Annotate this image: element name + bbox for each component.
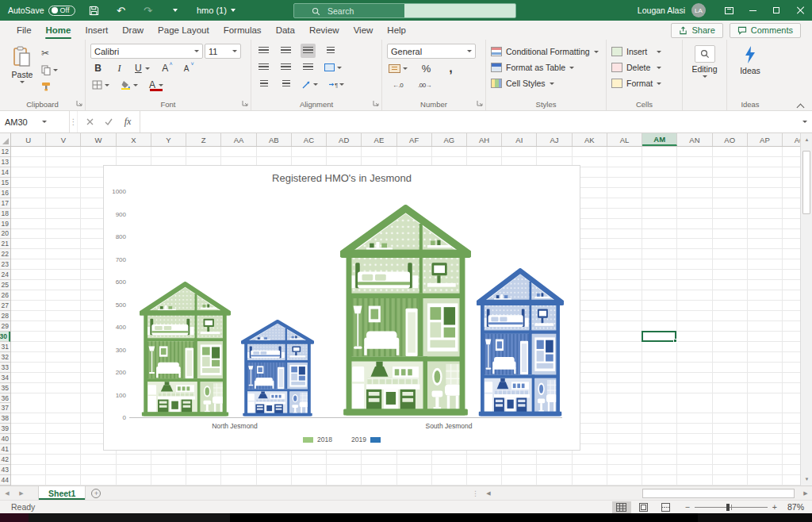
decrease-decimal-button[interactable]: .00→ xyxy=(416,78,433,92)
row-header-40[interactable]: 40 xyxy=(0,434,10,444)
row-header-12[interactable]: 12 xyxy=(0,147,10,157)
column-header-AH[interactable]: AH xyxy=(467,133,502,146)
chart-legend[interactable]: 20182019 xyxy=(104,436,580,443)
font-color-button[interactable]: A xyxy=(147,78,165,92)
tab-review[interactable]: Review xyxy=(302,21,347,40)
expand-formula-bar-button[interactable] xyxy=(798,111,812,132)
row-header-21[interactable]: 21 xyxy=(0,239,10,249)
share-button[interactable]: Share xyxy=(671,23,722,38)
tab-insert[interactable]: Insert xyxy=(78,21,115,40)
row-header-25[interactable]: 25 xyxy=(0,280,10,290)
wrap-text-button[interactable] xyxy=(323,44,338,58)
zoom-slider[interactable] xyxy=(695,503,768,512)
tab-help[interactable]: Help xyxy=(380,21,413,40)
row-header-41[interactable]: 41 xyxy=(0,444,10,455)
slider-thumb[interactable] xyxy=(726,504,730,511)
row-header-29[interactable]: 29 xyxy=(0,321,10,332)
row-header-31[interactable]: 31 xyxy=(0,342,10,352)
undo-button[interactable]: ↶ xyxy=(113,3,129,17)
row-header-27[interactable]: 27 xyxy=(0,301,10,311)
clipboard-dialog-launcher[interactable] xyxy=(76,98,82,108)
zoom-in-button[interactable]: + xyxy=(772,502,777,512)
column-header-V[interactable]: V xyxy=(46,133,81,146)
conditional-formatting-button[interactable]: Conditional Formatting xyxy=(491,45,599,58)
row-header-43[interactable]: 43 xyxy=(0,465,10,475)
format-cells-button[interactable]: Format xyxy=(611,77,661,90)
new-sheet-button[interactable]: + xyxy=(86,489,106,498)
row-header-33[interactable]: 33 xyxy=(0,363,10,373)
column-header-AI[interactable]: AI xyxy=(502,133,537,146)
column-header-AF[interactable]: AF xyxy=(397,133,432,146)
middle-align-button[interactable] xyxy=(278,44,293,58)
row-header-17[interactable]: 17 xyxy=(0,198,10,209)
row-header-37[interactable]: 37 xyxy=(0,404,10,414)
avatar[interactable]: LA xyxy=(691,3,706,17)
row-header-15[interactable]: 15 xyxy=(0,178,10,188)
selected-cell[interactable] xyxy=(642,331,676,342)
prev-sheet-button[interactable]: ◀ xyxy=(0,490,14,497)
column-header-AQ[interactable]: AQ xyxy=(783,133,800,146)
row-header-36[interactable]: 36 xyxy=(0,393,10,404)
autosave-toggle[interactable]: AutoSave Off xyxy=(8,6,75,16)
format-painter-button[interactable] xyxy=(41,80,58,93)
horizontal-scrollbar[interactable] xyxy=(495,489,799,498)
house-pictogram-2018-north-jesmond[interactable] xyxy=(140,282,231,417)
tab-view[interactable]: View xyxy=(347,21,381,40)
scroll-left-button[interactable]: ◀ xyxy=(482,490,495,497)
row-header-14[interactable]: 14 xyxy=(0,167,10,178)
align-right-button[interactable] xyxy=(301,60,316,75)
column-header-AG[interactable]: AG xyxy=(432,133,467,146)
row-header-16[interactable]: 16 xyxy=(0,188,10,198)
zoom-out-button[interactable]: − xyxy=(685,502,690,512)
fill-color-button[interactable] xyxy=(119,78,140,92)
scroll-up-button[interactable]: ▲ xyxy=(801,133,812,146)
insert-cells-button[interactable]: Insert xyxy=(611,45,661,58)
borders-button[interactable] xyxy=(90,78,111,92)
row-header-30[interactable]: 30 xyxy=(0,332,10,342)
scroll-down-button[interactable]: ▼ xyxy=(801,473,812,486)
embedded-chart[interactable]: Registered HMO's in Jesmond0100200300400… xyxy=(103,165,580,451)
italic-button[interactable]: I xyxy=(112,61,127,75)
font-size-select[interactable]: 11 xyxy=(205,44,241,59)
collapse-ribbon-button[interactable] xyxy=(798,102,804,106)
row-header-23[interactable]: 23 xyxy=(0,259,10,270)
bold-button[interactable]: B xyxy=(90,61,105,75)
row-header-22[interactable]: 22 xyxy=(0,249,10,259)
tab-home[interactable]: Home xyxy=(39,21,79,40)
row-header-44[interactable]: 44 xyxy=(0,475,10,486)
comments-button[interactable]: Comments xyxy=(730,23,801,38)
editing-button[interactable]: Editing xyxy=(688,44,722,98)
fill-handle[interactable] xyxy=(673,339,677,343)
column-header-X[interactable]: X xyxy=(117,133,151,146)
normal-view-button[interactable] xyxy=(612,501,631,513)
column-header-AL[interactable]: AL xyxy=(607,133,642,146)
column-header-AN[interactable]: AN xyxy=(677,133,712,146)
formula-bar-drag-handle[interactable]: ⋮ xyxy=(70,111,78,132)
column-header-AD[interactable]: AD xyxy=(327,133,362,146)
row-header-13[interactable]: 13 xyxy=(0,157,10,167)
row-header-19[interactable]: 19 xyxy=(0,219,10,229)
row-header-32[interactable]: 32 xyxy=(0,352,10,363)
merge-center-button[interactable] xyxy=(323,60,343,75)
chart-title[interactable]: Registered HMO's in Jesmond xyxy=(104,172,580,184)
row-headers[interactable]: 1213141516171819202122232425262728293031… xyxy=(0,147,11,486)
cell-grid[interactable]: Registered HMO's in Jesmond0100200300400… xyxy=(11,147,800,486)
increase-decimal-button[interactable]: ←.0 xyxy=(390,78,405,92)
column-header-Y[interactable]: Y xyxy=(151,133,186,146)
column-header-AM[interactable]: AM xyxy=(642,133,677,146)
number-format-select[interactable]: General xyxy=(387,44,476,59)
user-name[interactable]: Lougan Alasi xyxy=(638,6,685,15)
restore-button[interactable] xyxy=(764,0,788,21)
sheet-tab-sheet1[interactable]: Sheet1 xyxy=(38,486,86,500)
column-header-AB[interactable]: AB xyxy=(257,133,292,146)
tab-formulas[interactable]: Formulas xyxy=(216,21,269,40)
horizontal-scroll-thumb[interactable] xyxy=(642,489,795,498)
decrease-indent-button[interactable] xyxy=(256,77,271,91)
house-pictogram-2019-north-jesmond[interactable] xyxy=(241,320,314,417)
column-header-AK[interactable]: AK xyxy=(573,133,607,146)
row-header-42[interactable]: 42 xyxy=(0,455,10,465)
top-align-button[interactable] xyxy=(256,44,271,58)
scroll-right-button[interactable]: ▶ xyxy=(799,490,812,497)
underline-button[interactable]: U xyxy=(133,61,151,75)
row-header-34[interactable]: 34 xyxy=(0,373,10,383)
